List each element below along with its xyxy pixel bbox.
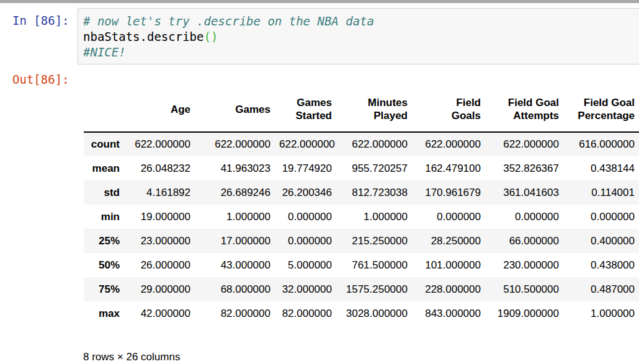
output-prompt-label: Out[86]: xyxy=(12,72,69,87)
table-cell: 17.000000 xyxy=(195,229,275,253)
table-cell: 0.000000 xyxy=(412,205,485,229)
table-cell: 0.000000 xyxy=(485,205,563,229)
table-cell: 622.000000 xyxy=(485,132,563,156)
code-cell[interactable]: # now let's try .describe on the NBA dat… xyxy=(78,8,639,64)
table-cell: 43.000000 xyxy=(195,253,275,277)
table-cell: 955.720257 xyxy=(336,156,412,180)
table-row: 50%26.00000043.0000005.000000761.5000001… xyxy=(84,253,639,277)
table-cell: 230.000000 xyxy=(485,253,563,277)
table-cell: 1.000000 xyxy=(336,205,412,229)
table-cell: 0.000000 xyxy=(275,205,336,229)
table-cell: 28.250000 xyxy=(412,229,485,253)
table-cell: 170.961679 xyxy=(412,180,485,205)
row-label: 50% xyxy=(84,253,124,277)
column-header: Field Goal Percentage xyxy=(563,87,639,132)
table-cell: 4.161892 xyxy=(124,180,195,205)
table-cell: 0.114001 xyxy=(563,180,639,205)
row-label: std xyxy=(84,180,124,205)
table-row: mean26.04823241.96302319.774920955.72025… xyxy=(84,156,639,180)
table-cell: 622.000000 xyxy=(124,132,195,156)
table-cell: 29.000000 xyxy=(124,277,195,301)
window-top-border xyxy=(0,0,639,3)
dataframe-header-row: AgeGamesGames StartedMinutes PlayedField… xyxy=(84,87,639,132)
code-token-bracket: () xyxy=(203,30,218,43)
table-cell: 101.000000 xyxy=(412,253,485,277)
table-cell: 622.000000 xyxy=(195,132,275,156)
output-area: AgeGamesGames StartedMinutes PlayedField… xyxy=(84,87,639,326)
table-cell: 26.048232 xyxy=(124,156,195,180)
input-prompt-label: In [86]: xyxy=(12,13,69,29)
table-cell: 42.000000 xyxy=(124,301,195,326)
table-cell: 0.000000 xyxy=(563,205,639,229)
column-header: Field Goal Attempts xyxy=(485,87,563,132)
column-header: Games Started xyxy=(275,87,336,132)
table-cell: 82.000000 xyxy=(275,301,336,326)
table-cell: 1575.250000 xyxy=(336,277,412,301)
table-cell: 1.000000 xyxy=(195,205,275,229)
table-cell: 19.000000 xyxy=(124,205,195,229)
table-cell: 622.000000 xyxy=(336,132,412,156)
row-label: min xyxy=(84,205,124,229)
table-cell: 3028.000000 xyxy=(336,301,412,326)
table-cell: 622.000000 xyxy=(275,132,336,156)
table-row: 25%23.00000017.0000000.000000215.2500002… xyxy=(84,229,639,253)
table-cell: 82.000000 xyxy=(195,301,275,326)
code-token-comment: # now let's try .describe on the NBA dat… xyxy=(83,14,374,28)
table-row: std4.16189226.68924626.200346812.7230381… xyxy=(84,180,639,205)
table-cell: 26.200346 xyxy=(275,180,336,205)
table-cell: 26.000000 xyxy=(124,253,195,277)
table-cell: 23.000000 xyxy=(124,229,195,253)
table-cell: 68.000000 xyxy=(195,277,275,301)
table-cell: 19.774920 xyxy=(275,156,336,180)
table-cell: 5.000000 xyxy=(275,253,336,277)
row-label: max xyxy=(84,301,124,326)
table-row: 75%29.00000068.00000032.0000001575.25000… xyxy=(84,277,639,301)
dataframe-table: AgeGamesGames StartedMinutes PlayedField… xyxy=(84,87,639,326)
table-cell: 41.963023 xyxy=(195,156,275,180)
table-row: max42.00000082.00000082.0000003028.00000… xyxy=(84,301,639,326)
table-cell: 843.000000 xyxy=(412,301,485,326)
table-cell: 0.438000 xyxy=(563,253,639,277)
table-row: min19.0000001.0000000.0000001.0000000.00… xyxy=(84,205,639,229)
code-line: #NICE! xyxy=(83,45,637,60)
code-token-plain: nbaStats.describe xyxy=(83,30,203,43)
table-cell: 215.250000 xyxy=(336,229,412,253)
table-cell: 352.826367 xyxy=(485,156,563,180)
code-line: nbaStats.describe() xyxy=(83,29,637,45)
table-cell: 0.400000 xyxy=(563,229,639,253)
table-cell: 761.500000 xyxy=(336,253,412,277)
dataframe-shape-summary: 8 rows × 26 columns xyxy=(83,351,180,363)
table-cell: 616.000000 xyxy=(563,132,639,156)
table-cell: 1909.000000 xyxy=(485,301,563,326)
code-token-comment: #NICE! xyxy=(83,45,126,59)
table-cell: 162.479100 xyxy=(412,156,485,180)
code-line: # now let's try .describe on the NBA dat… xyxy=(83,14,637,29)
table-cell: 361.041603 xyxy=(485,180,563,205)
table-cell: 0.487000 xyxy=(563,277,639,301)
table-row: count622.000000622.000000622.000000622.0… xyxy=(84,132,639,156)
column-header: Age xyxy=(124,87,195,132)
code-editor[interactable]: # now let's try .describe on the NBA dat… xyxy=(78,9,639,64)
row-label: 25% xyxy=(84,229,124,253)
table-cell: 66.000000 xyxy=(485,229,563,253)
row-label: 75% xyxy=(84,277,124,301)
table-cell: 510.500000 xyxy=(485,277,563,301)
table-cell: 1.000000 xyxy=(563,301,639,326)
table-cell: 32.000000 xyxy=(275,277,336,301)
table-cell: 812.723038 xyxy=(336,180,412,205)
table-cell: 228.000000 xyxy=(412,277,485,301)
index-corner-cell xyxy=(84,87,124,132)
column-header: Games xyxy=(195,87,275,132)
row-label: count xyxy=(84,132,124,156)
row-label: mean xyxy=(84,156,124,180)
table-cell: 26.689246 xyxy=(195,180,275,205)
table-cell: 0.438144 xyxy=(563,156,639,180)
table-cell: 622.000000 xyxy=(412,132,485,156)
column-header: Minutes Played xyxy=(336,87,412,132)
column-header: Field Goals xyxy=(412,87,485,132)
dataframe-body: count622.000000622.000000622.000000622.0… xyxy=(84,132,639,326)
table-cell: 0.000000 xyxy=(275,229,336,253)
